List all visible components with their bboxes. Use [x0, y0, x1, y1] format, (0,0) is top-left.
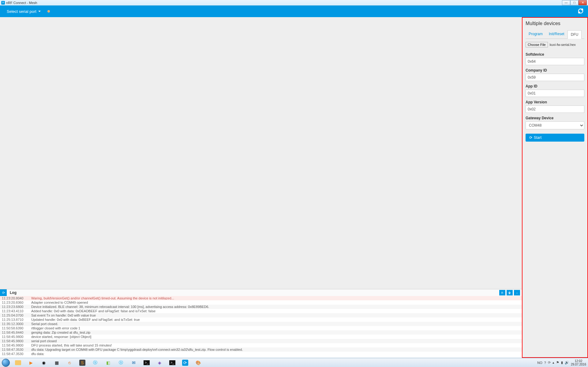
log-row: 11:50:58.6390rttlogger closed with error…: [0, 326, 522, 330]
company-id-label: Company ID: [526, 68, 584, 72]
refresh-icon: ⟳: [529, 135, 532, 140]
system-tray: NO ? ⟳ ▴ ⚑ ▮ 🔊 12:02 29.07.2016: [535, 358, 588, 367]
log-timestamp: 11:58:45.9800: [2, 339, 31, 343]
gateway-device-label: Gateway Device: [526, 116, 584, 120]
panel-title: Multiple devices: [526, 21, 584, 26]
log-timestamp: 11:23:23.6800: [2, 305, 31, 309]
log-message: Updated handle: 0x0 with data: 0xBEEF an…: [31, 318, 520, 321]
volume-icon[interactable]: 🔊: [565, 361, 569, 365]
softdevice-input[interactable]: [526, 58, 584, 65]
log-row: 11:23:23.6800Device initialized. BLE cha…: [0, 305, 522, 309]
start-button[interactable]: [0, 358, 12, 367]
window-maximize-button[interactable]: □: [570, 0, 579, 5]
tab-dfu[interactable]: DFU: [567, 30, 582, 39]
app-icon: ◧: [105, 359, 111, 366]
taskbar-app-a[interactable]: ⎋: [63, 358, 76, 367]
company-id-input[interactable]: [526, 74, 584, 81]
tab-program[interactable]: Program: [526, 30, 546, 39]
taskbar-sublime[interactable]: S: [76, 358, 88, 367]
svg-point-0: [579, 12, 580, 13]
log-scroll-down-button[interactable]: ↓: [514, 290, 520, 295]
log-message: genpkg data: Zip created at dfu_test.zip: [31, 331, 520, 334]
log-message: DFU process started, this will take arou…: [31, 343, 520, 347]
log-message: Serial port closed.: [31, 322, 520, 326]
log-timestamp: 11:58:45.9800: [2, 343, 31, 347]
log-refresh-button[interactable]: ⟳: [0, 289, 7, 296]
log-row: 11:23:20.8360Adapter connected to COM49 …: [0, 300, 522, 305]
start-button-label: Start: [534, 135, 541, 140]
log-message: rttlogger closed with error code 1: [31, 326, 520, 330]
app-version-input[interactable]: [526, 106, 584, 113]
taskbar-terminal-b[interactable]: >_: [166, 358, 178, 367]
taskbar-app-b[interactable]: ◧: [102, 358, 114, 367]
taskbar-apps[interactable]: ▦: [51, 358, 63, 367]
log-row: 11:25:04.0700Sat event Tx on handle: 0x0…: [0, 313, 522, 317]
log-row: 11:58:47.3530dfu data:: [0, 352, 522, 356]
log-row: 11:58:47.3530dfu data: Upgrading target …: [0, 347, 522, 352]
terminal-icon: >_: [169, 360, 175, 365]
arrow-down-icon: ↓: [516, 291, 518, 295]
taskbar: ▶ ◉ ▦ ⎋ S ⓢ ◧ ⓢ ✉ >_ ◈ >_ ⟳ 🎨 NO ? ⟳ ▴ ⚑…: [0, 358, 588, 367]
chevron-up-icon[interactable]: ▴: [552, 361, 554, 365]
app-header: Select serial port: [0, 6, 588, 17]
log-message: dfu data:: [31, 352, 520, 356]
log-message: Device initialized. BLE channel: 38, min…: [31, 305, 520, 309]
log-message: Added handle: 0x0 with data: 0xDEADBEEF …: [31, 309, 520, 313]
media-player-icon: ▶: [28, 359, 34, 366]
taskbar-visual-studio[interactable]: ◈: [153, 358, 166, 367]
choose-file-button[interactable]: Choose File: [526, 42, 548, 47]
log-timestamp: 11:58:45.8440: [2, 331, 31, 334]
log-timestamp: 11:23:20.8040: [2, 296, 31, 300]
taskbar-skype[interactable]: ⓢ: [89, 358, 101, 367]
log-timestamp: 11:23:43.4110: [2, 309, 31, 313]
taskbar-media-player[interactable]: ▶: [25, 358, 37, 367]
flag-icon[interactable]: ⚑: [556, 361, 559, 365]
log-timestamp: 11:50:58.6390: [2, 326, 31, 330]
taskbar-terminal-a[interactable]: >_: [140, 358, 153, 367]
log-body[interactable]: 11:23:20.8040Waring, buildVersionGet() a…: [0, 296, 522, 358]
taskbar-explorer[interactable]: [12, 358, 24, 367]
taskbar-clock[interactable]: 12:02 29.07.2016: [571, 359, 586, 366]
taskbar-skype-business[interactable]: ⓢ: [115, 358, 127, 367]
sync-icon[interactable]: ⟳: [548, 361, 551, 365]
log-row: 11:58:45.9800DFU process started, this w…: [0, 343, 522, 347]
help-icon[interactable]: ?: [544, 361, 546, 365]
taskbar-outlook[interactable]: ✉: [128, 358, 140, 367]
panel-tabs: Program Init/Reset DFU: [526, 30, 584, 39]
gateway-device-select[interactable]: COM48: [526, 121, 584, 129]
log-row: 11:58:45.8440genpkg data: Zip created at…: [0, 330, 522, 335]
log-message: Adapter connected to COM49 opened: [31, 301, 520, 304]
log-message: serial port closed: [31, 339, 520, 343]
refresh-icon: ⟳: [2, 291, 5, 295]
apps-grid-icon: ▦: [53, 359, 60, 366]
serial-port-dropdown[interactable]: Select serial port: [4, 7, 44, 16]
taskbar-chrome[interactable]: ◉: [38, 358, 50, 367]
log-copy-button[interactable]: ⎘: [499, 290, 505, 295]
log-clear-button[interactable]: 🗑: [507, 290, 513, 295]
lang-indicator[interactable]: NO: [537, 361, 542, 365]
log-panel: ⟳ Log ⎘ 🗑 ↓ 11:23:20.8040Waring, buildVe…: [0, 289, 522, 358]
folder-icon: [15, 360, 21, 365]
app-logo-icon: [577, 7, 584, 16]
window-minimize-button[interactable]: —: [562, 0, 570, 5]
main-canvas[interactable]: [0, 17, 522, 289]
taskbar-nrf-connect[interactable]: ⟳: [179, 358, 191, 367]
port-status-indicator: [47, 10, 50, 13]
log-title: Log: [7, 291, 20, 295]
trash-icon: 🗑: [508, 291, 511, 295]
clock-date: 29.07.2016: [571, 363, 586, 366]
taskbar-paint[interactable]: 🎨: [192, 358, 204, 367]
log-row: 11:23:20.8040Waring, buildVersionGet() a…: [0, 296, 522, 300]
window-close-button[interactable]: ✕: [579, 0, 587, 5]
right-panel: Multiple devices Program Init/Reset DFU …: [522, 17, 588, 358]
log-timestamp: 11:23:20.8360: [2, 301, 31, 304]
log-row: 11:58:45.9800device started, response: […: [0, 335, 522, 339]
start-button[interactable]: ⟳ Start: [526, 134, 584, 142]
app-id-input[interactable]: [526, 90, 584, 97]
log-timestamp: 11:25:04.0700: [2, 313, 31, 317]
app-version-label: App Version: [526, 100, 584, 104]
svg-point-1: [582, 9, 583, 10]
tab-init-reset[interactable]: Init/Reset: [546, 30, 567, 39]
copy-icon: ⎘: [501, 291, 503, 295]
network-icon[interactable]: ▮: [561, 361, 563, 365]
